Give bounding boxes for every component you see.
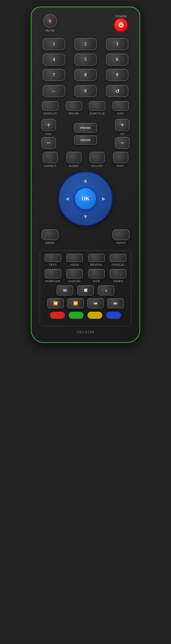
cancel-circle[interactable] <box>66 269 83 279</box>
recall-circle[interactable]: ↺ <box>106 85 128 97</box>
smode-button[interactable]: SMODE <box>74 135 97 145</box>
mute-btn-circle[interactable]: 🔇 <box>43 14 57 28</box>
aspect-button[interactable]: ASPECT <box>40 152 61 167</box>
stop-button[interactable]: ⏹ <box>77 285 94 296</box>
text-circle[interactable] <box>45 254 61 262</box>
ok-button[interactable]: OK <box>74 187 97 210</box>
text-button[interactable]: TEXT <box>43 254 63 266</box>
btn-4[interactable]: 4 <box>40 53 68 66</box>
btn-2[interactable]: 2 <box>71 38 100 50</box>
power-btn-circle[interactable]: ⏻ <box>114 18 128 32</box>
text-2nd-row: SUBPAGE CANCEL SIZE INDEX <box>43 269 128 283</box>
color-row <box>43 312 128 319</box>
num1-circle[interactable]: 1 <box>43 38 65 50</box>
num6-circle[interactable]: 6 <box>106 53 128 66</box>
chlist-button[interactable]: CH.LIST <box>86 152 108 167</box>
vol-minus-button[interactable]: − <box>41 137 56 149</box>
btn-8[interactable]: 8 <box>71 69 100 81</box>
num2-circle[interactable]: 2 <box>74 38 97 50</box>
aspect-circle[interactable] <box>43 152 58 163</box>
num7-circle[interactable]: 7 <box>43 69 65 81</box>
menu-label: MENU <box>45 241 55 244</box>
subpage-circle[interactable] <box>45 269 61 279</box>
down-button[interactable]: ▼ <box>79 211 92 223</box>
index-label: INDEX <box>113 279 123 283</box>
num8-circle[interactable]: 8 <box>74 69 97 81</box>
hold-button[interactable]: HOLD <box>65 254 85 266</box>
subtitle-label: SUBTITLE <box>90 112 105 115</box>
btn-recall[interactable]: ↺ <box>103 85 131 97</box>
display-circle[interactable] <box>42 101 59 111</box>
index-button[interactable]: INDEX <box>108 269 129 283</box>
display-button[interactable]: DISPLAY <box>40 101 61 115</box>
num5-circle[interactable]: 5 <box>74 53 97 66</box>
pmode-button[interactable]: PMODE <box>74 123 97 133</box>
index-circle[interactable] <box>110 269 126 279</box>
subtitle-circle[interactable] <box>89 101 106 111</box>
fav-circle[interactable] <box>112 101 129 111</box>
blue-button[interactable] <box>106 312 121 319</box>
num0-circle[interactable]: 0 <box>74 85 97 97</box>
power-button[interactable]: POWER ⏻ <box>114 14 128 32</box>
ch-plus-button[interactable]: + <box>115 119 130 131</box>
btn-7[interactable]: 7 <box>40 69 68 81</box>
up-button[interactable]: ▲ <box>79 175 92 186</box>
prev-button[interactable]: ⏮ <box>87 298 104 308</box>
btn-1[interactable]: 1 <box>40 38 68 50</box>
btn-3[interactable]: 3 <box>103 38 131 50</box>
green-button[interactable] <box>69 312 84 319</box>
btn-dash[interactable]: -/-- <box>40 85 68 97</box>
ff-button[interactable]: ⏩ <box>67 298 84 308</box>
input-circle[interactable] <box>112 229 130 240</box>
dpad-outer: ▲ ▼ ◄ ► OK <box>58 171 113 226</box>
mode-column: PMODE SMODE <box>74 123 97 145</box>
record-button[interactable]: ● <box>98 285 115 296</box>
fav-label: FAV <box>118 112 124 115</box>
rew-button[interactable]: ⏪ <box>47 298 64 308</box>
mute-label: MUTE <box>45 29 55 32</box>
num4-circle[interactable]: 4 <box>43 53 65 66</box>
nicam-button[interactable]: NICAM <box>63 101 85 115</box>
menu-input-row: MENU INPUT <box>40 229 131 244</box>
subtitle-button[interactable]: SUBTITLE <box>86 101 108 115</box>
num3-circle[interactable]: 3 <box>106 38 128 50</box>
exit-button[interactable]: EXIT <box>110 152 132 167</box>
exit-circle[interactable] <box>113 152 128 163</box>
dash-circle[interactable]: -/-- <box>43 85 65 97</box>
sleep-button[interactable]: SLEEP <box>63 152 85 167</box>
menu-circle[interactable] <box>41 229 59 240</box>
freeze-button[interactable]: FREEZE <box>108 254 129 266</box>
btn-9[interactable]: 9 <box>103 69 131 81</box>
nicam-circle[interactable] <box>65 101 82 111</box>
cancel-label: CANCEL <box>68 279 81 283</box>
vol-plus-button[interactable]: + <box>41 119 56 131</box>
size-circle[interactable] <box>88 269 105 279</box>
input-label: INPUT <box>116 241 126 244</box>
red-button[interactable] <box>50 312 65 319</box>
yellow-button[interactable] <box>87 312 102 319</box>
subpage-button[interactable]: SUBPAGE <box>43 269 63 283</box>
input-button[interactable]: INPUT <box>112 229 130 244</box>
btn-6[interactable]: 6 <box>103 53 131 66</box>
hold-circle[interactable] <box>66 254 83 262</box>
reveal-circle[interactable] <box>88 254 105 262</box>
freeze-circle[interactable] <box>110 254 126 262</box>
mute-button[interactable]: 🔇 MUTE <box>43 14 57 32</box>
btn-0[interactable]: 0 <box>71 85 100 97</box>
text-header-row: TEXT HOLD REVEAL FREEZE <box>43 254 128 266</box>
cancel-button[interactable]: CANCEL <box>65 269 85 283</box>
left-button[interactable]: ◄ <box>62 192 73 205</box>
play-pause-button[interactable]: ⏯ <box>56 285 73 296</box>
ff-row: ⏪ ⏩ ⏮ ⏭ <box>43 298 128 308</box>
btn-5[interactable]: 5 <box>71 53 100 66</box>
sleep-circle[interactable] <box>66 152 82 163</box>
next-button[interactable]: ⏭ <box>107 298 124 308</box>
reveal-button[interactable]: REVEAL <box>86 254 107 266</box>
chlist-circle[interactable] <box>89 152 105 163</box>
num9-circle[interactable]: 9 <box>106 69 128 81</box>
ch-minus-button[interactable]: − <box>115 137 130 149</box>
menu-button[interactable]: MENU <box>41 229 59 244</box>
size-button[interactable]: SIZE <box>86 269 107 283</box>
fav-button[interactable]: FAV <box>110 101 132 115</box>
right-button[interactable]: ► <box>98 192 109 205</box>
